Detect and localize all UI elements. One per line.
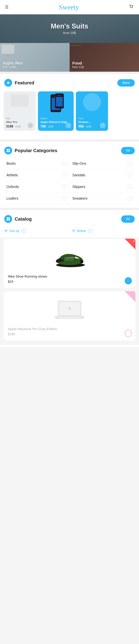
featured-more-button[interactable]: More	[117, 79, 135, 86]
sub-banner-food-label: Food	[72, 61, 136, 66]
categories-all-button[interactable]: All	[121, 147, 135, 154]
category-item-loafers[interactable]: Loafers ›	[3, 193, 70, 204]
product-heart-1[interactable]: ♡	[65, 122, 71, 128]
product-heart-2[interactable]: ♡	[100, 122, 106, 128]
svg-rect-4	[7, 151, 8, 152]
menu-icon[interactable]: ☰	[5, 5, 8, 10]
product-category-2: Food	[78, 117, 106, 120]
catalog-all-button[interactable]: All	[121, 216, 135, 223]
category-arrow-slip-ons: ›	[128, 161, 133, 166]
nike-product-name: Nike Shoe Running shoes	[8, 274, 131, 278]
macbook-image	[8, 296, 131, 324]
featured-product-card[interactable]: Mac iMac Pro 318$ 400$ ♡	[3, 92, 36, 131]
category-item-sneakers[interactable]: Sneakers ›	[70, 193, 136, 204]
svg-point-1	[132, 8, 133, 8]
categories-header-left: Popular Categories	[4, 146, 57, 154]
category-name-sandals: Sandals	[72, 173, 85, 177]
featured-products-carousel: Mac iMac Pro 318$ 400$ ♡ Games App	[0, 90, 139, 136]
featured-product-card-1[interactable]: Games Apple iPhone 6 32gb 78$ 118$ ♡	[38, 92, 74, 131]
catalog-section: Catalog All Sort by i Refine i %	[0, 210, 139, 347]
featured-header-left: Featured	[4, 79, 34, 87]
product-old-price-1: 118$	[48, 125, 53, 128]
category-arrow-slippers: ›	[128, 184, 133, 189]
sort-by-button[interactable]: Sort by i	[4, 228, 67, 234]
categories-icon	[4, 146, 12, 154]
hero-main-banner: Men's Suits from 18$	[0, 14, 139, 43]
category-item-boots[interactable]: Boots ›	[3, 158, 70, 169]
refine-button[interactable]: Refine i	[67, 228, 135, 234]
category-item-sandals[interactable]: Sandals ›	[70, 169, 136, 181]
svg-rect-19	[58, 316, 81, 317]
svg-rect-6	[7, 217, 8, 219]
sub-banner-food-price: from 11$	[72, 66, 136, 69]
featured-title: Featured	[15, 80, 34, 86]
product-phone-img	[50, 94, 61, 112]
cart-icon[interactable]	[129, 4, 134, 10]
featured-product-card-2[interactable]: Food Drawne... 56$ 118$ ♡	[76, 92, 108, 131]
svg-rect-2	[7, 149, 8, 150]
catalog-card-nike[interactable]: %	[3, 239, 136, 288]
macbook-heart-button[interactable]: ♡	[125, 330, 132, 337]
product-imac-img	[5, 94, 34, 107]
category-arrow-athletic: ›	[62, 172, 67, 178]
refine-info-icon: i	[88, 229, 92, 233]
product-heart-0[interactable]: ♡	[27, 122, 33, 128]
categories-header: Popular Categories All	[0, 142, 139, 158]
category-name-slip-ons: Slip-Ons	[72, 162, 86, 166]
catalog-corner-badge-macbook	[125, 291, 136, 302]
sub-banner-imac[interactable]: www.iku.tu.com Apple iMac from 318$	[0, 43, 70, 72]
product-price-1: 78$	[40, 124, 46, 128]
category-item-slip-ons[interactable]: Slip-Ons ›	[70, 158, 136, 169]
catalog-card-macbook[interactable]: Apple Macbook Pro Grey Edition $189 ♡	[3, 291, 136, 340]
category-arrow-oxfords: ›	[62, 184, 67, 189]
product-category-1: Games	[40, 117, 71, 120]
catalog-header-left: Catalog	[4, 215, 32, 223]
nike-product-price: $19	[8, 280, 131, 284]
svg-rect-7	[8, 217, 10, 219]
divider-3	[0, 208, 139, 210]
hero-title: Men's Suits	[51, 22, 88, 30]
category-item-oxfords[interactable]: Oxfords ›	[3, 181, 70, 193]
category-name-oxfords: Oxfords	[6, 185, 19, 189]
category-name-sneakers: Sneakers	[72, 196, 88, 200]
category-arrow-loafers: ›	[62, 196, 67, 201]
category-arrow-sandals: ›	[128, 172, 133, 178]
category-item-slippers[interactable]: Slippers ›	[70, 181, 136, 193]
catalog-icon	[4, 215, 12, 223]
category-name-loafers: Loafers	[6, 196, 18, 200]
sub-banner-food[interactable]: www.iku.tu.com Food from 11$	[70, 43, 139, 72]
popular-categories-section: Popular Categories All Boots › Slip-Ons …	[0, 142, 139, 208]
nike-heart-button[interactable]: ♡	[125, 277, 132, 284]
category-name-athletic: Athletic	[6, 173, 18, 177]
category-item-athletic[interactable]: Athletic ›	[3, 169, 70, 181]
categories-grid: Boots › Slip-Ons › Athletic › Sandals › …	[0, 158, 139, 204]
product-price-0: 318$	[6, 124, 13, 128]
featured-header: Featured More	[0, 74, 139, 90]
product-category-0: Mac	[6, 117, 33, 120]
svg-rect-5	[8, 151, 10, 152]
svg-point-0	[131, 8, 131, 8]
sub-banner-imac-price: from 318$	[3, 66, 67, 69]
category-arrow-sneakers: ›	[128, 196, 133, 201]
category-arrow-boots: ›	[62, 161, 67, 166]
catalog-title: Catalog	[15, 216, 32, 222]
product-old-price-0: 400$	[15, 125, 21, 128]
product-price-2: 56$	[78, 124, 84, 128]
product-food-img	[83, 93, 101, 111]
sub-banners: www.iku.tu.com Apple iMac from 318$ www.…	[0, 43, 139, 72]
hero-section: www.iku.tu.com Apple iMac from 318$ www.…	[0, 14, 139, 72]
featured-icon	[4, 79, 12, 87]
featured-section: Featured More Mac iMac Pro 318$ 400$ ♡	[0, 74, 139, 140]
svg-rect-3	[8, 149, 10, 150]
svg-rect-8	[7, 219, 8, 220]
product-old-price-2: 118$	[86, 125, 91, 128]
refine-label: Refine	[77, 229, 86, 233]
svg-point-18	[68, 307, 71, 310]
categories-title: Popular Categories	[15, 148, 57, 154]
nike-shoe-image	[8, 243, 131, 272]
category-name-boots: Boots	[6, 162, 15, 166]
catalog-filters: Sort by i Refine i	[0, 226, 139, 237]
hero-subtitle: from 18$	[63, 31, 76, 35]
sort-info-icon: i	[22, 229, 26, 233]
divider-1	[0, 72, 139, 74]
